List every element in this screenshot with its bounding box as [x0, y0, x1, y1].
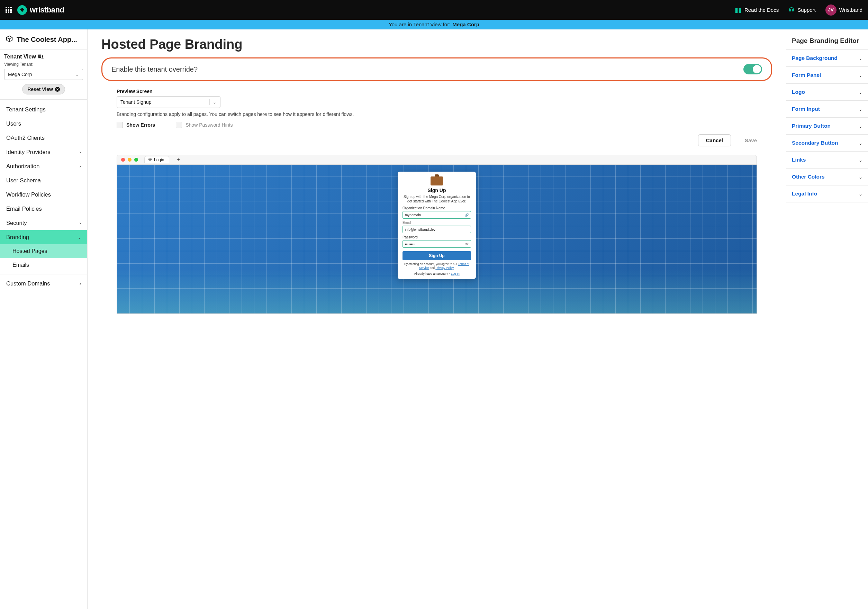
- brand-logo[interactable]: wristband: [17, 5, 64, 15]
- nav-label: Hosted Pages: [12, 248, 47, 254]
- nav-custom-domains[interactable]: Custom Domains›: [0, 276, 87, 291]
- chevron-right-icon: ›: [80, 281, 81, 286]
- tenant-view-heading-text: Tenant View: [4, 54, 36, 60]
- domain-label: Organization Domain Name: [403, 206, 471, 210]
- email-label: Email: [403, 221, 471, 225]
- globe-icon: [148, 157, 152, 162]
- nav-label: Email Policies: [6, 206, 42, 212]
- preview-help-text: Branding configurations apply to all pag…: [117, 112, 757, 117]
- acc-form-panel[interactable]: Form Panel⌄: [786, 67, 868, 84]
- login-link[interactable]: Log In: [451, 272, 460, 276]
- browser-tab[interactable]: Login: [144, 156, 169, 163]
- chevron-down-icon: ⌄: [859, 73, 862, 78]
- support-label: Support: [797, 7, 816, 13]
- close-icon: ✕: [55, 87, 60, 92]
- chevron-down-icon: ⌄: [209, 99, 217, 105]
- building-user-icon: [38, 54, 44, 60]
- nav-workflow-policies[interactable]: Workflow Policies: [0, 188, 87, 202]
- topbar-left: wristband: [6, 5, 64, 15]
- password-input[interactable]: •••••••• 👁: [403, 240, 471, 248]
- nav-branding[interactable]: Branding⌄: [0, 230, 87, 244]
- acc-primary-button[interactable]: Primary Button⌄: [786, 118, 868, 135]
- support-link[interactable]: Support: [788, 6, 816, 14]
- legal-and: and: [429, 266, 436, 270]
- chevron-down-icon: ⌄: [859, 56, 862, 61]
- workspace-menu[interactable]: JV Wristband: [825, 5, 862, 15]
- app-switcher-icon[interactable]: [6, 7, 12, 13]
- show-hints-check[interactable]: Show Password Hints: [176, 122, 232, 128]
- browser-chrome: Login ＋: [117, 155, 756, 165]
- nav-label: Workflow Policies: [6, 191, 51, 198]
- privacy-link[interactable]: Privacy Policy: [436, 266, 453, 270]
- topbar: wristband ▮▮ Read the Docs Support JV Wr…: [0, 0, 868, 20]
- acc-logo[interactable]: Logo⌄: [786, 84, 868, 101]
- nav-hosted-pages[interactable]: Hosted Pages: [0, 244, 87, 258]
- signup-button[interactable]: Sign Up: [403, 251, 471, 260]
- nav-oauth-clients[interactable]: OAuth2 Clients: [0, 131, 87, 145]
- acc-label: Form Panel: [792, 72, 821, 78]
- show-hints-label: Show Password Hints: [186, 122, 232, 128]
- chevron-right-icon: ›: [80, 221, 81, 226]
- toggle-knob: [753, 65, 761, 73]
- acc-other-colors[interactable]: Other Colors⌄: [786, 169, 868, 186]
- tenant-view-heading: Tenant View: [4, 54, 83, 60]
- nav-authorization[interactable]: Authorization›: [0, 159, 87, 174]
- nav-label: Tenant Settings: [6, 106, 46, 113]
- banner-tenant-name: Mega Corp: [453, 22, 479, 27]
- svg-point-5: [42, 55, 43, 57]
- show-errors-check[interactable]: Show Errors: [117, 122, 155, 128]
- brand-name: wristband: [30, 6, 64, 14]
- domain-value: mydomain: [405, 213, 421, 217]
- preview-screen-select[interactable]: Tenant Signup ⌄: [117, 96, 220, 108]
- new-tab-button[interactable]: ＋: [175, 156, 181, 163]
- acc-secondary-button[interactable]: Secondary Button⌄: [786, 135, 868, 152]
- save-button[interactable]: Save: [745, 137, 757, 143]
- checkbox-icon: [176, 122, 182, 128]
- preview-checks: Show Errors Show Password Hints: [117, 122, 757, 128]
- acc-form-input[interactable]: Form Input⌄: [786, 101, 868, 118]
- nav-emails[interactable]: Emails: [0, 258, 87, 272]
- nav-users[interactable]: Users: [0, 116, 87, 131]
- nav-email-policies[interactable]: Email Policies: [0, 202, 87, 216]
- read-docs-label: Read the Docs: [744, 7, 779, 13]
- acc-label: Page Background: [792, 55, 837, 61]
- acc-page-background[interactable]: Page Background⌄: [786, 50, 868, 67]
- nav-security[interactable]: Security›: [0, 216, 87, 230]
- nav-user-schema[interactable]: User Schema: [0, 174, 87, 188]
- domain-input[interactable]: mydomain 🔗: [403, 211, 471, 218]
- reset-view-button[interactable]: Reset View ✕: [22, 84, 65, 95]
- editor-title: Page Branding Editor: [786, 37, 868, 50]
- chevron-down-icon: ⌄: [78, 235, 81, 240]
- enable-override-label: Enable this tenant override?: [112, 65, 198, 73]
- eye-icon[interactable]: 👁: [465, 242, 469, 246]
- page-title: Hosted Page Branding: [101, 37, 772, 52]
- acc-label: Primary Button: [792, 123, 831, 129]
- chevron-down-icon: ⌄: [859, 174, 862, 180]
- traffic-light-min-icon: [128, 158, 132, 161]
- briefcase-icon: [431, 177, 443, 186]
- acc-label: Logo: [792, 89, 805, 95]
- traffic-light-close-icon: [121, 158, 125, 161]
- preview-screen-field: Preview Screen Tenant Signup ⌄: [117, 88, 757, 108]
- banner-prefix: You are in Tenant View for:: [389, 22, 450, 27]
- acc-links[interactable]: Links⌄: [786, 152, 868, 169]
- nav-identity-providers[interactable]: Identity Providers›: [0, 145, 87, 159]
- tenant-select[interactable]: Mega Corp ⌄: [4, 69, 83, 80]
- nav-label: Security: [6, 220, 27, 226]
- svg-rect-3: [39, 56, 39, 57]
- enable-override-card: Enable this tenant override?: [101, 57, 772, 81]
- nav-label: Custom Domains: [6, 280, 50, 287]
- chevron-down-icon: ⌄: [859, 90, 862, 95]
- chevron-down-icon: ⌄: [859, 141, 862, 146]
- enable-override-toggle[interactable]: [743, 64, 762, 74]
- tenant-select-value: Mega Corp: [8, 71, 32, 77]
- email-input[interactable]: info@wristband.dev: [403, 226, 471, 233]
- read-docs-link[interactable]: ▮▮ Read the Docs: [735, 6, 779, 14]
- cancel-button[interactable]: Cancel: [698, 134, 731, 146]
- browser-tab-label: Login: [154, 157, 164, 162]
- sidebar: The Coolest App... Tenant View Viewing T…: [0, 29, 88, 609]
- nav-tenant-settings[interactable]: Tenant Settings: [0, 102, 87, 116]
- app-title-row[interactable]: The Coolest App...: [0, 29, 87, 50]
- sidebar-nav: Tenant Settings Users OAuth2 Clients Ide…: [0, 100, 87, 293]
- acc-legal-info[interactable]: Legal Info⌄: [786, 186, 868, 202]
